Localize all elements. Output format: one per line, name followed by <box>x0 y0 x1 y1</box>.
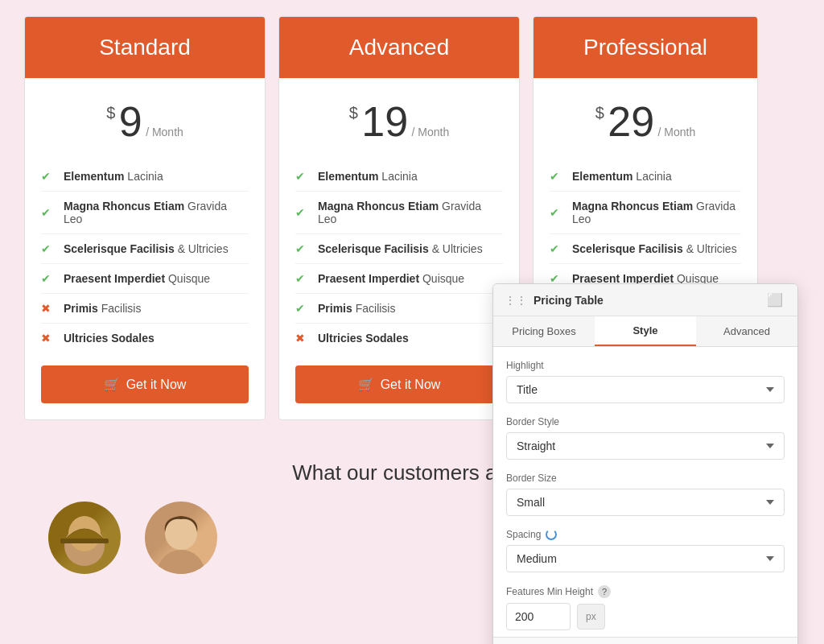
check-icon: ✔ <box>41 206 57 219</box>
spacing-label: Spacing <box>506 529 541 540</box>
cross-icon: ✖ <box>41 302 57 315</box>
border-style-field: Border Style Straight Rounded None <box>506 416 785 460</box>
feature-item: ✔ Magna Rhoncus Etiam Gravida Leo <box>295 192 503 234</box>
card-features-advanced: ✔ Elementum Lacinia ✔ Magna Rhoncus Etia… <box>279 162 519 353</box>
help-icon: ? <box>598 585 611 598</box>
feature-item: ✔ Scelerisque Facilisis & Ultricies <box>550 234 741 264</box>
feature-item: ✔ Elementum Lacinia <box>41 162 249 192</box>
get-it-now-button-standard[interactable]: 🛒Get it Now <box>41 365 249 403</box>
features-min-height-input-row: 200 px <box>506 603 785 630</box>
feature-item: ✔ Praesent Imperdiet Quisque <box>295 264 503 294</box>
card-features-standard: ✔ Elementum Lacinia ✔ Magna Rhoncus Etia… <box>25 162 265 353</box>
check-icon: ✔ <box>550 242 566 255</box>
feature-item: ✖ Primis Facilisis <box>41 294 249 324</box>
features-min-height-label: Features Min Height <box>506 586 593 597</box>
check-icon: ✔ <box>295 170 311 183</box>
feature-item: ✔ Magna Rhoncus Etiam Gravida Leo <box>41 192 249 234</box>
card-header-advanced: Advanced <box>279 17 519 78</box>
check-icon: ✔ <box>41 170 57 183</box>
features-min-height-label-row: Features Min Height ? <box>506 585 785 598</box>
get-it-now-button-advanced[interactable]: 🛒Get it Now <box>295 365 503 403</box>
panel-tabs: Pricing Boxes Style Advanced <box>493 316 797 347</box>
feature-item: ✔ Magna Rhoncus Etiam Gravida Leo <box>550 192 741 234</box>
card-features-professional: ✔ Elementum Lacinia ✔ Magna Rhoncus Etia… <box>534 162 757 293</box>
check-icon: ✔ <box>295 206 311 219</box>
svg-point-3 <box>157 550 205 574</box>
highlight-field: Highlight Title Price None <box>506 360 785 403</box>
card-price-professional: $ 29 / Month <box>534 78 757 162</box>
panel-title: Pricing Table <box>534 294 604 307</box>
panel-header: ⋮⋮ Pricing Table ⬜ <box>493 284 797 316</box>
pricing-card-advanced: Advanced $ 19 / Month ✔ Elementum Lacini… <box>278 16 520 420</box>
svg-rect-2 <box>60 539 109 543</box>
panel-close-button[interactable]: ⬜ <box>764 292 786 308</box>
feature-item: ✔ Elementum Lacinia <box>295 162 503 192</box>
card-header-standard: Standard <box>25 17 265 78</box>
check-icon: ✔ <box>295 272 311 285</box>
svg-point-4 <box>165 518 197 550</box>
cross-icon: ✖ <box>295 332 311 345</box>
spacing-field: Spacing Small Medium Large <box>506 529 785 572</box>
features-min-height-unit: px <box>577 604 605 630</box>
feature-item: ✔ Scelerisque Facilisis & Ultricies <box>41 234 249 264</box>
highlight-label: Highlight <box>506 360 785 371</box>
border-style-label: Border Style <box>506 416 785 427</box>
feature-item: ✔ Elementum Lacinia <box>550 162 741 192</box>
check-icon: ✔ <box>295 242 311 255</box>
cart-icon: 🛒 <box>358 378 374 391</box>
highlight-select[interactable]: Title Price None <box>506 376 785 403</box>
tab-style[interactable]: Style <box>595 316 696 346</box>
avatar-1 <box>48 502 121 574</box>
border-size-field: Border Size Small Medium Large <box>506 473 785 516</box>
check-icon: ✔ <box>295 302 311 315</box>
border-style-select[interactable]: Straight Rounded None <box>506 432 785 460</box>
tab-advanced[interactable]: Advanced <box>696 316 797 346</box>
feature-item: ✔ Scelerisque Facilisis & Ultricies <box>295 234 503 264</box>
loading-spinner-icon <box>546 529 557 540</box>
avatar-2 <box>145 502 217 574</box>
check-icon: ✔ <box>550 170 566 183</box>
cross-icon: ✖ <box>41 332 57 345</box>
features-min-height-field: Features Min Height ? 200 px <box>506 585 785 630</box>
panel-title-area: ⋮⋮ Pricing Table <box>505 294 604 307</box>
tab-pricing-boxes[interactable]: Pricing Boxes <box>493 316 595 346</box>
panel-footer: Save Save As... Cancel <box>493 637 797 644</box>
features-min-height-input[interactable]: 200 <box>506 603 571 630</box>
card-header-professional: Professional <box>534 17 757 78</box>
pricing-table-panel: ⋮⋮ Pricing Table ⬜ Pricing Boxes Style A… <box>492 283 798 644</box>
check-icon: ✔ <box>41 242 57 255</box>
feature-item: ✔ Praesent Imperdiet Quisque <box>41 264 249 294</box>
border-size-label: Border Size <box>506 473 785 484</box>
feature-item: ✖ Ultricies Sodales <box>41 324 249 353</box>
drag-icon: ⋮⋮ <box>505 294 527 307</box>
pricing-card-standard: Standard $ 9 / Month ✔ Elementum Lacinia… <box>24 16 266 420</box>
card-price-advanced: $ 19 / Month <box>279 78 519 162</box>
feature-item: ✖ Ultricies Sodales <box>295 324 503 353</box>
check-icon: ✔ <box>550 206 566 219</box>
cart-icon: 🛒 <box>104 378 120 391</box>
border-size-select[interactable]: Small Medium Large <box>506 489 785 516</box>
panel-body: Highlight Title Price None Border Style … <box>493 347 797 637</box>
spacing-label-row: Spacing <box>506 529 785 540</box>
check-icon: ✔ <box>41 272 57 285</box>
card-price-standard: $ 9 / Month <box>25 78 265 162</box>
feature-item: ✔ Primis Facilisis <box>295 294 503 324</box>
spacing-select[interactable]: Small Medium Large <box>506 545 785 572</box>
